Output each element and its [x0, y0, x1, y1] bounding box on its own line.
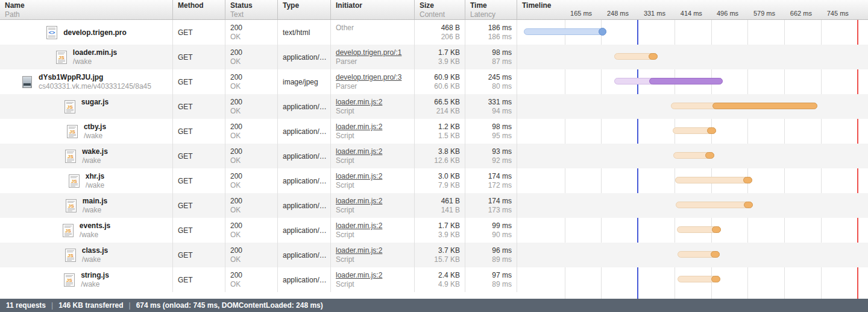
initiator-link[interactable]: loader.min.js:2	[336, 196, 409, 206]
table-row[interactable]: JS loader.min.js /wake GET 200 OK applic…	[0, 45, 868, 69]
column-header-method[interactable]: Method	[173, 0, 225, 19]
timeline-bar-receiving	[712, 226, 721, 233]
initiator-link[interactable]: loader.min.js:2	[336, 147, 409, 156]
size-cell: 1.7 KB 3.9 KB	[415, 45, 465, 69]
column-header-status[interactable]: Status Text	[225, 0, 278, 19]
initiator-cell: loader.min.js:2 Script	[331, 119, 415, 144]
initiator-cell: loader.min.js:2 Script	[331, 193, 415, 218]
table-row[interactable]: JS wake.js /wake GET 200 OK application/…	[0, 144, 868, 168]
name-cell[interactable]: JS sugar.js	[0, 94, 173, 119]
column-header-type[interactable]: Type	[278, 0, 331, 19]
type-cell: application/…	[278, 193, 331, 218]
status-cell: 200 OK	[225, 193, 278, 218]
time-cell: 174 ms 172 ms	[465, 168, 517, 193]
svg-text:JS: JS	[65, 228, 71, 233]
size-cell: 468 B 206 B	[415, 20, 465, 45]
type-cell: text/html	[278, 20, 331, 45]
status-code: 200	[230, 171, 272, 181]
name-cell[interactable]: JS string.js /wake	[0, 267, 173, 292]
script-icon: JS	[66, 125, 79, 138]
table-row[interactable]: JS events.js /wake GET 200 OK applicatio…	[0, 218, 868, 243]
content-value: 4.9 KB	[420, 280, 460, 289]
initiator-cell: loader.min.js:2 Script	[331, 144, 415, 168]
timeline-bar-waiting	[676, 202, 753, 208]
request-name: string.js	[81, 270, 109, 280]
type-cell: application/…	[278, 168, 331, 193]
initiator-link[interactable]: loader.min.js:2	[336, 270, 409, 280]
name-cell[interactable]: JS ctby.js /wake	[0, 119, 173, 144]
timeline-bar-receiving	[711, 251, 720, 258]
timeline-cell	[517, 168, 868, 193]
method-cell: GET	[173, 193, 225, 218]
status-cell: 200 OK	[225, 94, 278, 119]
column-label: Timeline	[522, 1, 868, 10]
initiator-link[interactable]: develop.trigen.pro/:3	[336, 72, 409, 82]
name-cell[interactable]: dYsb1WppRJU.jpg cs403331.vk.me/v40333124…	[0, 69, 173, 94]
column-header-timeline[interactable]: Timeline 165 ms248 ms331 ms414 ms496 ms5…	[517, 0, 868, 19]
status-code: 200	[230, 221, 272, 231]
request-list: <> develop.trigen.pro GET 200 OK text/ht…	[0, 20, 868, 292]
request-name: wake.js	[82, 147, 108, 156]
status-text: OK	[230, 255, 272, 264]
initiator-cell: develop.trigen.pro/:3 Parser	[331, 69, 415, 94]
column-header-initiator[interactable]: Initiator	[331, 0, 415, 19]
request-method: GET	[178, 53, 220, 62]
table-row[interactable]: JS main.js /wake GET 200 OK application/…	[0, 193, 868, 218]
table-row[interactable]: JS string.js /wake GET 200 OK applicatio…	[0, 267, 868, 292]
initiator-link[interactable]: loader.min.js:2	[336, 246, 409, 255]
table-row[interactable]: <> develop.trigen.pro GET 200 OK text/ht…	[0, 20, 868, 45]
table-row[interactable]: JS class.js /wake GET 200 OK application…	[0, 243, 868, 267]
request-name: ctby.js	[84, 122, 106, 132]
svg-text:JS: JS	[58, 54, 64, 60]
request-name: main.js	[83, 196, 107, 206]
status-bar-separator: |	[129, 301, 131, 310]
svg-text:JS: JS	[68, 203, 74, 208]
initiator-link[interactable]: develop.trigen.pro/:1	[336, 48, 409, 57]
name-cell[interactable]: JS class.js /wake	[0, 243, 173, 267]
name-cell[interactable]: <> develop.trigen.pro	[0, 20, 173, 45]
initiator-cell: develop.trigen.pro/:1 Parser	[331, 45, 415, 69]
table-row[interactable]: JS xhr.js /wake GET 200 OK application/……	[0, 168, 868, 193]
request-method: GET	[178, 127, 220, 136]
status-text: OK	[230, 231, 272, 240]
method-cell: GET	[173, 119, 225, 144]
timeline-bar-receiving	[744, 202, 753, 208]
request-method: GET	[178, 226, 220, 235]
column-header-time[interactable]: Time Latency	[465, 0, 517, 19]
column-header-size[interactable]: Size Content	[415, 0, 465, 19]
name-cell[interactable]: JS main.js /wake	[0, 193, 173, 218]
content-value: 15.7 KB	[420, 255, 460, 264]
table-row[interactable]: JS ctby.js /wake GET 200 OK application/…	[0, 119, 868, 144]
size-value: 468 B	[420, 23, 460, 33]
table-row[interactable]: JS sugar.js GET 200 OK application/… loa…	[0, 94, 868, 119]
request-path	[81, 107, 108, 116]
column-label: Status	[230, 1, 277, 10]
initiator-link[interactable]: loader.min.js:2	[336, 221, 409, 231]
table-row[interactable]: dYsb1WppRJU.jpg cs403331.vk.me/v40333124…	[0, 69, 868, 94]
column-header-name[interactable]: Name Path	[0, 0, 173, 19]
timeline-bar-receiving	[649, 53, 658, 60]
request-name: dYsb1WppRJU.jpg	[39, 72, 151, 82]
timeline-cell	[517, 45, 868, 69]
status-cell: 200 OK	[225, 20, 278, 45]
name-cell[interactable]: JS loader.min.js /wake	[0, 45, 173, 69]
size-value: 3.0 KB	[420, 171, 460, 181]
time-value: 93 ms	[470, 147, 512, 156]
time-cell: 331 ms 94 ms	[465, 94, 517, 119]
request-path: /wake	[80, 231, 110, 240]
column-label: Name	[5, 1, 172, 10]
size-value: 1.2 KB	[420, 122, 460, 132]
status-cell: 200 OK	[225, 119, 278, 144]
initiator-cell: Other	[331, 20, 415, 45]
name-cell[interactable]: JS events.js /wake	[0, 218, 173, 243]
initiator-link[interactable]: loader.min.js:2	[336, 122, 409, 132]
request-path: /wake	[84, 132, 106, 141]
initiator-link[interactable]: loader.min.js:2	[336, 97, 409, 107]
status-code: 200	[230, 23, 272, 33]
time-cell: 96 ms 89 ms	[465, 243, 517, 267]
name-cell[interactable]: JS xhr.js /wake	[0, 168, 173, 193]
initiator-link[interactable]: loader.min.js:2	[336, 171, 409, 181]
status-text: OK	[230, 156, 272, 165]
svg-text:JS: JS	[71, 178, 77, 183]
name-cell[interactable]: JS wake.js /wake	[0, 144, 173, 168]
